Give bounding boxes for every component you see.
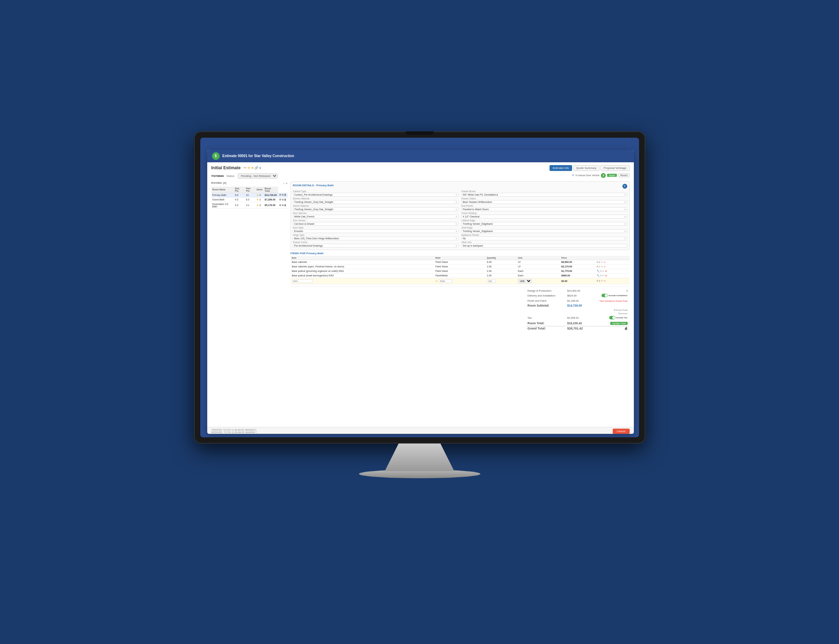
star-icon[interactable]: ★ [251, 166, 254, 169]
item-info-icon[interactable]: ℹ [599, 261, 600, 263]
upload-icon[interactable]: ↑ [283, 182, 285, 185]
cancel-button[interactable]: Cancel [613, 429, 630, 434]
new-note-input[interactable] [438, 279, 452, 283]
clear-door-vendor[interactable]: ✕ [455, 223, 457, 225]
clear-shelf-edge[interactable]: ✕ [624, 230, 626, 232]
add-detail-button[interactable]: + [622, 184, 627, 189]
item-edit-icon[interactable]: ✏ [602, 270, 604, 272]
table-row[interactable]: Primary Bath 8.6 24 ★ 4 $14,726.00 [211, 193, 288, 197]
item-delete-icon[interactable]: ⊗ [605, 274, 607, 277]
tab-quote-summary[interactable]: Quote Summary [573, 165, 600, 171]
tab-estimate-info[interactable]: Estimate Info [549, 165, 572, 171]
dollar-icon: $ [212, 152, 220, 160]
item-edit-icon[interactable]: ✏ [601, 279, 603, 282]
clear-drawer-glides[interactable]: ✕ [624, 201, 626, 203]
room-copy-icon[interactable]: ⧉ [282, 204, 284, 206]
col-dist: Dist. Pts. [234, 187, 245, 193]
config-icon[interactable]: ⊞ [259, 166, 261, 169]
include-installation-toggle[interactable]: Include Installation [602, 294, 627, 297]
bottom-bar: CREATED: 7/17/24 11:26 AM BY AMANDA T MO… [207, 427, 634, 434]
item-edit-icon[interactable]: ✏ [601, 265, 603, 268]
update-total-button[interactable]: Update Total [610, 322, 627, 325]
room-delete-icon[interactable]: 🗑 [284, 204, 286, 206]
room-details-section: ROOM DETAILS - Primary Bath + Cabinet Ty… [290, 181, 630, 250]
room-delete-icon[interactable]: 🗑 [284, 194, 286, 196]
room-copy-icon[interactable]: ⧉ [282, 194, 284, 196]
table-row[interactable]: Guest Bath 4.3 6.3 ★ 2 $7,288.00 [211, 197, 288, 202]
item-copy-icon[interactable]: ⧉ [597, 265, 598, 268]
item-info-icon[interactable]: ℹ [599, 265, 600, 268]
include-tax-toggle[interactable]: Include Tax [609, 316, 628, 319]
field-shelf-edge: Shelf Edge: Treefrog Veneer_Edgeband ✕ [462, 227, 627, 233]
clear-exterior[interactable]: ✕ [455, 201, 457, 203]
room-delete-icon[interactable]: 🗑 [284, 198, 286, 201]
clear-door-style[interactable]: ✕ [455, 230, 457, 232]
item-tools-icon[interactable]: 🔧 [597, 274, 600, 277]
more-icon[interactable]: ••• [243, 166, 246, 169]
rooms-section-title: ROOMS (3) [211, 181, 227, 184]
totals-table: Design & Production: $13,902.00 ℹ Delive… [526, 288, 630, 331]
warning-icon: ⚠ [435, 279, 438, 283]
print-icon[interactable]: 🖨 [625, 327, 628, 330]
item-delete-icon[interactable]: ⊗ [605, 270, 607, 272]
content-area: ROOMS (3) ↑ + Room Name [211, 181, 630, 426]
clear-door-species[interactable]: ✕ [455, 215, 457, 218]
item-delete-icon[interactable]: ⊗ [604, 265, 605, 268]
main-content: Initial Estimate ••• ⚙ ★ 🔗 ⊞ Estimate In… [207, 162, 634, 434]
clear-interior[interactable]: ✕ [455, 208, 457, 210]
settings-icon[interactable]: ⚙ [247, 166, 250, 169]
rooms-add-icon[interactable]: + [286, 182, 287, 185]
items-table: Item Note Quantity Unit Price [290, 256, 630, 284]
rooms-table: Room Name Dist. Pts. Part Pts. Items Roo… [211, 187, 288, 209]
monitor-wrapper: $ Estimate 00001 for Star Valley Constru… [177, 131, 663, 513]
monitor-body: $ Estimate 00001 for Star Valley Constru… [194, 131, 645, 444]
room-settings-icon[interactable]: ⚙ [279, 194, 281, 196]
clear-end-panels[interactable]: ✕ [624, 208, 626, 210]
in-house-label: In House Door Vendor [575, 174, 600, 176]
clear-hinge[interactable]: ✕ [455, 237, 457, 240]
clear-appliance[interactable]: ✕ [624, 237, 626, 240]
field-other-info: Other Info: Set up in backyard [462, 241, 627, 248]
item-delete-icon[interactable]: ⊗ [604, 279, 605, 282]
monitor-stand [385, 444, 454, 471]
link-icon[interactable]: 🔗 [254, 166, 258, 169]
tab-proposal-verbiage[interactable]: Proposal Verbiage [600, 165, 629, 171]
new-unit-select[interactable]: Unit LF Each [518, 279, 532, 283]
table-row[interactable]: Downstairs 1/2 Bath 3.3 3.1 ★ 3 $5,178.0… [211, 202, 288, 209]
room-detail-title: ROOM DETAILS - Primary Bath [293, 184, 334, 187]
top-tabs: Estimate Info Quote Summary Proposal Ver… [549, 165, 629, 171]
clear-drawer-boxes[interactable]: ✕ [624, 194, 626, 196]
new-item-input[interactable] [292, 279, 313, 283]
clear-drawer-fronts[interactable]: ✕ [455, 245, 457, 247]
item-tools-icon[interactable]: 🔧 [597, 270, 600, 272]
room-settings-icon[interactable]: ⚙ [279, 198, 281, 201]
item-info-icon[interactable]: ℹ [599, 279, 600, 282]
item-copy-icon[interactable]: ⧉ [597, 279, 598, 282]
revert-button[interactable]: Revert [618, 173, 630, 177]
totals-section: Design & Production: $13,902.00 ℹ Delive… [290, 286, 630, 331]
new-qty-input[interactable] [487, 279, 496, 283]
list-item: Base cabinets Paint Glaze 6.00 LF $8,982… [290, 260, 630, 264]
status-select[interactable]: Pending - Not Released [238, 173, 278, 179]
item-info-icon[interactable]: ℹ [600, 270, 602, 272]
item-copy-icon[interactable]: ⧉ [597, 261, 598, 263]
items-title: ITEMS FOR Primary Bath [290, 252, 630, 255]
action-icons: ••• ⚙ ★ 🔗 ⊞ [243, 166, 261, 169]
item-edit-icon[interactable]: ✏ [601, 261, 603, 263]
field-end-panels: End Panels: Paneled to Match Doors ✕ [462, 205, 627, 211]
info-icon[interactable]: ℹ [626, 289, 628, 292]
detail-col-left: Cabinet Type: Custom_Per Architectural D… [293, 190, 459, 248]
items-section: ITEMS FOR Primary Bath Item Note Quantit… [290, 252, 630, 284]
item-edit-icon[interactable]: ✏ [602, 274, 604, 277]
item-delete-icon[interactable]: ⊗ [604, 261, 605, 263]
apply-button[interactable]: Apply [607, 174, 617, 177]
top-row: Initial Estimate ••• ⚙ ★ 🔗 ⊞ Estimate In… [211, 165, 630, 171]
clear-cabinet-edge[interactable]: ✕ [624, 223, 626, 225]
room-settings-icon[interactable]: ⚙ [279, 204, 281, 206]
room-copy-icon[interactable]: ⧉ [282, 198, 284, 201]
item-info-icon[interactable]: ℹ [600, 274, 602, 277]
clear-crown[interactable]: ✕ [624, 215, 626, 218]
clear-cabinet-type[interactable]: ✕ [455, 194, 457, 196]
title-bar: $ Estimate 00001 for Star Valley Constru… [207, 150, 634, 162]
footer-info: CREATED: 7/17/24 11:26 AM BY AMANDA T MO… [211, 429, 257, 434]
